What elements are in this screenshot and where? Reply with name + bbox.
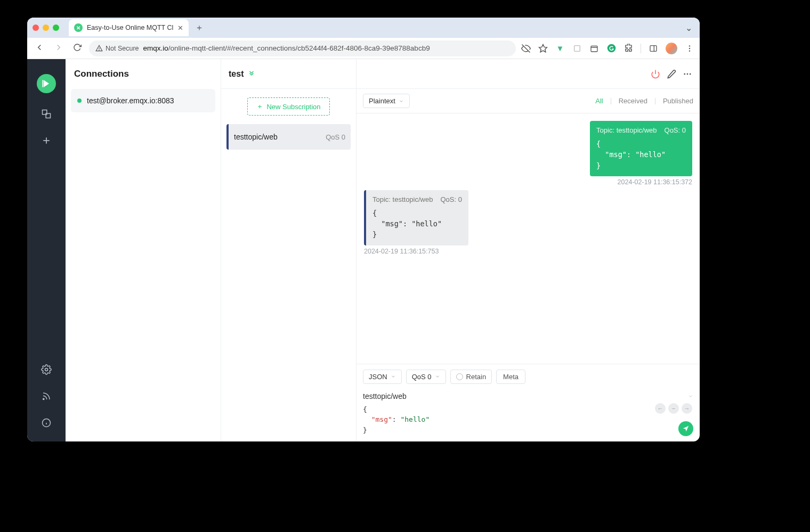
minimize-window-button[interactable] bbox=[43, 24, 49, 31]
main-header bbox=[357, 59, 700, 89]
app-logo[interactable] bbox=[37, 74, 56, 93]
new-connection-icon[interactable] bbox=[40, 135, 52, 146]
more-menu-button[interactable] bbox=[683, 69, 692, 79]
browser-tab[interactable]: ✕ Easy-to-Use Online MQTT Cl ✕ bbox=[69, 19, 189, 36]
connections-title: Connections bbox=[66, 59, 221, 87]
chevron-down-icon bbox=[435, 374, 440, 379]
meta-button[interactable]: Meta bbox=[496, 370, 525, 384]
edit-button[interactable] bbox=[667, 69, 676, 79]
svg-point-1 bbox=[99, 50, 100, 50]
settings-icon[interactable] bbox=[40, 364, 52, 375]
filter-all[interactable]: All bbox=[595, 97, 603, 105]
app-root: Connections test@broker.emqx.io:8083 tes… bbox=[27, 59, 700, 441]
payload-format-label: JSON bbox=[369, 373, 387, 381]
warning-triangle-icon bbox=[95, 45, 103, 52]
message-payload: { "msg": "hello" } bbox=[596, 138, 686, 171]
connections-icon[interactable] bbox=[40, 108, 52, 120]
message-filter-segments: All Received Published bbox=[595, 97, 693, 105]
nav-rail bbox=[27, 59, 66, 441]
disconnect-button[interactable] bbox=[651, 69, 660, 79]
profile-avatar[interactable] bbox=[666, 43, 677, 54]
extension-square-icon[interactable] bbox=[572, 44, 582, 53]
feed-icon[interactable] bbox=[40, 390, 52, 402]
expand-chevron-icon[interactable] bbox=[248, 69, 255, 79]
nav-forward-button[interactable] bbox=[52, 40, 66, 56]
message-bubble[interactable]: Topic: testtopic/web QoS: 0 { "msg": "he… bbox=[364, 190, 468, 245]
window-controls bbox=[33, 24, 59, 31]
svg-rect-8 bbox=[650, 45, 657, 51]
message-bubble[interactable]: Topic: testtopic/web QoS: 0 { "msg": "he… bbox=[590, 121, 692, 176]
new-subscription-label: New Subscription bbox=[266, 103, 320, 111]
subscription-topic: testtopic/web bbox=[234, 133, 278, 141]
message-timestamp: 2024-02-19 11:36:15:753 bbox=[364, 248, 439, 255]
format-dropdown[interactable]: Plaintext bbox=[363, 94, 410, 108]
filter-bar: Plaintext All Received Published bbox=[357, 89, 700, 113]
svg-rect-5 bbox=[591, 46, 597, 52]
filter-received[interactable]: Received bbox=[619, 97, 647, 105]
browser-menu-icon[interactable] bbox=[685, 44, 694, 53]
message-timestamp: 2024-02-19 11:36:15:372 bbox=[618, 178, 692, 186]
seg-divider bbox=[655, 98, 655, 104]
message-topic: Topic: testtopic/web bbox=[372, 195, 433, 203]
toolbar-divider bbox=[641, 44, 641, 53]
url-text: emqx.io/online-mqtt-client/#/recent_conn… bbox=[143, 44, 430, 52]
new-subscription-button[interactable]: ＋ New Subscription bbox=[247, 97, 329, 116]
extension-calendar-icon[interactable] bbox=[589, 44, 599, 53]
maximize-window-button[interactable] bbox=[53, 24, 59, 31]
editor-next-button[interactable]: → bbox=[682, 403, 692, 414]
svg-rect-4 bbox=[574, 45, 580, 51]
svg-point-25 bbox=[690, 73, 691, 75]
topic-input[interactable] bbox=[363, 392, 688, 400]
filter-published[interactable]: Published bbox=[663, 97, 693, 105]
message-payload: { "msg": "hello" } bbox=[372, 208, 462, 240]
connections-panel: Connections test@broker.emqx.io:8083 bbox=[66, 59, 221, 441]
subscription-qos: QoS 0 bbox=[326, 133, 345, 141]
tab-close-icon[interactable]: ✕ bbox=[177, 24, 183, 32]
connection-label: test@broker.emqx.io:8083 bbox=[87, 96, 174, 105]
main-panel: Plaintext All Received Published Topic: bbox=[357, 59, 700, 441]
editor-prev-button[interactable]: ← bbox=[655, 403, 666, 414]
info-icon[interactable] bbox=[40, 417, 52, 429]
new-tab-button[interactable]: ＋ bbox=[193, 21, 206, 34]
chevron-down-icon bbox=[391, 374, 396, 379]
star-icon[interactable] bbox=[538, 44, 548, 53]
sidepanel-icon[interactable] bbox=[649, 44, 658, 53]
subscription-item[interactable]: testtopic/web QoS 0 bbox=[226, 124, 351, 150]
status-dot-icon bbox=[77, 99, 82, 103]
eye-off-icon[interactable] bbox=[521, 44, 531, 53]
qos-label: QoS 0 bbox=[412, 373, 432, 381]
send-button[interactable] bbox=[678, 421, 693, 436]
extension-grammarly-icon[interactable] bbox=[606, 44, 616, 53]
editor-minus-button[interactable]: − bbox=[668, 403, 679, 414]
vue-devtools-icon[interactable]: ▼ bbox=[555, 44, 565, 53]
security-indicator[interactable]: Not Secure bbox=[95, 45, 139, 52]
topic-history-chevron-icon[interactable] bbox=[688, 391, 693, 401]
svg-point-11 bbox=[689, 47, 690, 48]
payload-format-dropdown[interactable]: JSON bbox=[363, 370, 402, 384]
address-input[interactable]: Not Secure emqx.io/online-mqtt-client/#/… bbox=[89, 40, 516, 56]
close-window-button[interactable] bbox=[33, 24, 39, 31]
tab-title: Easy-to-Use Online MQTT Cl bbox=[87, 24, 173, 31]
toolbar-icons: ▼ bbox=[521, 43, 694, 54]
nav-back-button[interactable] bbox=[33, 40, 46, 56]
message-qos: QoS: 0 bbox=[440, 195, 461, 203]
tab-favicon-icon: ✕ bbox=[74, 23, 83, 32]
plus-icon: ＋ bbox=[256, 102, 263, 111]
message-topic: Topic: testtopic/web bbox=[596, 126, 657, 134]
svg-point-10 bbox=[689, 45, 690, 46]
payload-editor[interactable]: { "msg": "hello" } bbox=[363, 404, 693, 436]
connection-name: test bbox=[229, 69, 244, 79]
svg-point-23 bbox=[684, 73, 685, 75]
composer: JSON QoS 0 Retain Meta bbox=[357, 364, 700, 442]
messages-list[interactable]: Topic: testtopic/web QoS: 0 { "msg": "he… bbox=[357, 113, 700, 364]
nav-reload-button[interactable] bbox=[71, 41, 84, 56]
retain-label: Retain bbox=[466, 373, 487, 381]
qos-dropdown[interactable]: QoS 0 bbox=[406, 370, 446, 384]
tab-list-chevron-icon[interactable]: ⌄ bbox=[683, 21, 694, 35]
browser-tabbar: ✕ Easy-to-Use Online MQTT Cl ✕ ＋ ⌄ bbox=[27, 18, 700, 38]
not-secure-label: Not Secure bbox=[106, 45, 139, 52]
extensions-puzzle-icon[interactable] bbox=[623, 44, 633, 53]
retain-toggle[interactable]: Retain bbox=[450, 370, 492, 384]
connection-item[interactable]: test@broker.emqx.io:8083 bbox=[71, 89, 215, 112]
chevron-down-icon bbox=[399, 99, 404, 104]
